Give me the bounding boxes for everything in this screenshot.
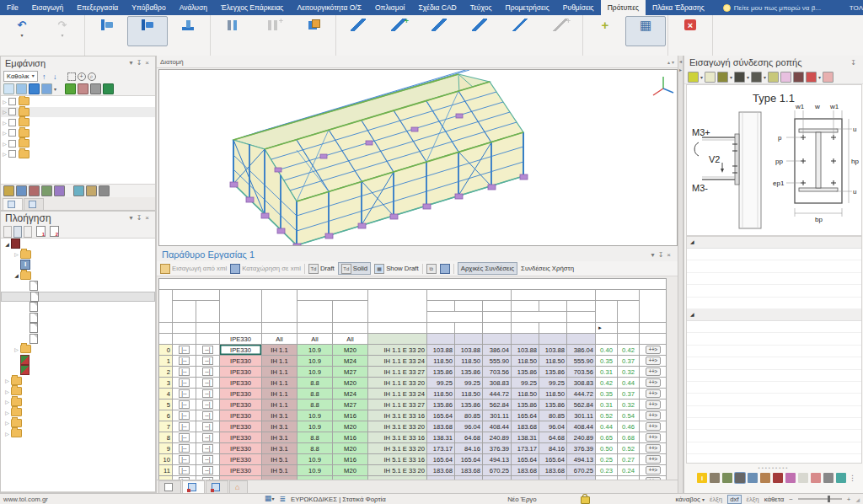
filter-cell[interactable] xyxy=(368,334,427,345)
type-cell[interactable]: IH 1.1 xyxy=(262,389,297,399)
value-cell[interactable]: 80.85 xyxy=(455,410,483,421)
type-cell[interactable]: IH 1.1 xyxy=(262,378,297,389)
row-index-cell[interactable]: 3 xyxy=(159,378,173,389)
quality-cell[interactable]: 10.9 xyxy=(297,421,333,432)
model-3d-canvas[interactable] xyxy=(158,69,678,246)
cell[interactable]: |-- xyxy=(173,389,196,399)
code-cell[interactable]: IH 3.1 E 33 20 xyxy=(368,421,427,432)
filter-cell[interactable] xyxy=(618,334,640,345)
checkbox-icon[interactable] xyxy=(8,140,16,147)
ribbon-button-close-sheet[interactable] xyxy=(670,16,710,46)
ribbon-button-gusset-end[interactable] xyxy=(459,16,500,46)
collapse-left-icon[interactable]: ◂ xyxy=(679,58,682,64)
value-cell[interactable]: 386.04 xyxy=(483,345,512,356)
circle-pink-icon[interactable] xyxy=(780,72,791,83)
quality-cell[interactable]: 10.9 xyxy=(297,356,333,367)
grid-edit-icon[interactable] xyxy=(54,185,65,196)
cell[interactable]: |-- xyxy=(173,454,196,465)
ribbon-button-diagonal-brace[interactable] xyxy=(338,16,378,46)
row-index-cell[interactable]: 8 xyxy=(159,432,173,443)
checkbox-icon[interactable] xyxy=(8,150,16,158)
quality-cell[interactable]: 10.9 xyxy=(297,345,333,356)
ribbon-button-placement-table[interactable] xyxy=(625,16,666,46)
display-tree-item[interactable]: ▷ xyxy=(1,96,155,107)
plate-dark-icon[interactable] xyxy=(734,72,745,83)
section-cell[interactable]: IPE330 xyxy=(220,443,262,454)
quality-cell[interactable]: 8.8 xyxy=(297,399,333,410)
checkbox-icon[interactable] xyxy=(8,129,16,137)
go-to-connection-button[interactable]: ++> xyxy=(646,400,661,409)
value-cell[interactable]: 84.16 xyxy=(539,443,567,454)
menu-item-2[interactable]: Εισαγωγή xyxy=(25,0,71,15)
chart-scatter-icon[interactable] xyxy=(748,473,758,483)
filter-cell[interactable]: IPE330 xyxy=(220,334,262,345)
filter-cell[interactable] xyxy=(567,334,596,345)
go-to-connection-button[interactable]: ++> xyxy=(646,433,661,442)
cr-cell[interactable]: 0.24 xyxy=(618,465,640,476)
value-cell[interactable]: 165.64 xyxy=(427,410,455,421)
row-index-cell[interactable]: 0 xyxy=(159,345,173,356)
nav-filter-3[interactable] xyxy=(24,226,32,238)
select-area-icon[interactable] xyxy=(16,185,27,196)
quality-cell[interactable]: 10.9 xyxy=(297,410,333,421)
filter-cell[interactable] xyxy=(539,334,567,345)
cr-cell[interactable]: 0.31 xyxy=(596,399,618,410)
pin-icon[interactable]: ↧ xyxy=(849,56,858,70)
cr-cell[interactable]: 0.50 xyxy=(596,443,618,454)
cr-cell[interactable]: 0.35 xyxy=(596,356,618,367)
value-cell[interactable]: 118.50 xyxy=(427,389,455,399)
cr-cell[interactable]: 0.31 xyxy=(596,367,618,378)
value-cell[interactable]: 494.13 xyxy=(567,454,596,465)
cell[interactable]: --| xyxy=(196,421,220,432)
cell[interactable]: |-- xyxy=(173,345,196,356)
section-cell[interactable]: IPE330 xyxy=(220,378,262,389)
code-cell[interactable]: IH 3.1 E 33 20 xyxy=(368,443,427,454)
nav-tree-item[interactable] xyxy=(1,281,155,292)
display-tree-item[interactable]: ▷ xyxy=(1,149,155,160)
percent-icon[interactable] xyxy=(86,185,97,196)
ribbon-button-reinforced-section[interactable] xyxy=(212,16,253,46)
nav-tree-item[interactable]: I xyxy=(1,260,155,271)
ribbon-button-moment-connection[interactable] xyxy=(127,16,168,46)
cube-wire-icon[interactable] xyxy=(3,83,14,94)
display-tree-item[interactable]: ▷ xyxy=(1,138,155,149)
value-cell[interactable]: 408.44 xyxy=(483,421,512,432)
row-index-cell[interactable]: 7 xyxy=(159,421,173,432)
cell[interactable]: --| xyxy=(196,345,220,356)
nav-tree-item[interactable] xyxy=(1,323,155,334)
diameter-cell[interactable]: M20 xyxy=(333,378,368,389)
value-cell[interactable]: 301.11 xyxy=(567,410,596,421)
section-cell[interactable]: IPE330 xyxy=(220,410,262,421)
report-1-icon[interactable] xyxy=(36,226,46,237)
collapse-right-icon[interactable]: ▸ xyxy=(679,67,682,72)
chart-bar-icon[interactable] xyxy=(760,473,770,483)
ribbon-button-new-diagonal-brace[interactable]: + xyxy=(378,16,419,46)
nav-tree-item[interactable]: ▷ xyxy=(1,428,155,439)
work-tab-4[interactable]: ⌂ xyxy=(229,480,248,493)
close-icon[interactable]: × xyxy=(143,212,151,225)
stamp-icon[interactable] xyxy=(773,473,783,483)
color-wheel-icon[interactable] xyxy=(836,473,846,483)
dxf-toggle[interactable]: dxf xyxy=(727,495,741,504)
value-cell[interactable]: 135.86 xyxy=(427,399,455,410)
ribbon-button-brace-bolts[interactable] xyxy=(500,16,540,46)
go-to-connection-button[interactable]: ++> xyxy=(646,367,661,376)
value-cell[interactable]: 135.86 xyxy=(539,399,567,410)
cr-cell[interactable]: 0.32 xyxy=(618,367,640,378)
cell[interactable]: --| xyxy=(196,399,220,410)
row-index-cell[interactable]: 5 xyxy=(159,399,173,410)
database-icon[interactable] xyxy=(710,473,720,483)
cell[interactable]: |-- xyxy=(173,443,196,454)
section-cell[interactable]: IPE330 xyxy=(220,345,262,356)
value-cell[interactable]: 118.50 xyxy=(455,356,483,367)
value-cell[interactable]: 308.83 xyxy=(483,378,512,389)
cr-cell[interactable]: 0.52 xyxy=(618,443,640,454)
value-cell[interactable]: 118.50 xyxy=(539,356,567,367)
menu-item-4[interactable]: Υπόβαθρο xyxy=(125,0,172,15)
select-rect-icon[interactable] xyxy=(67,72,76,81)
grid-small-icon[interactable] xyxy=(41,185,52,196)
type-cell[interactable]: IH 3.1 xyxy=(262,410,297,421)
scope-dropdown[interactable]: Καθολικ▾ xyxy=(3,71,38,82)
cr-cell[interactable]: 0.25 xyxy=(596,454,618,465)
palette-icon[interactable] xyxy=(785,473,796,483)
